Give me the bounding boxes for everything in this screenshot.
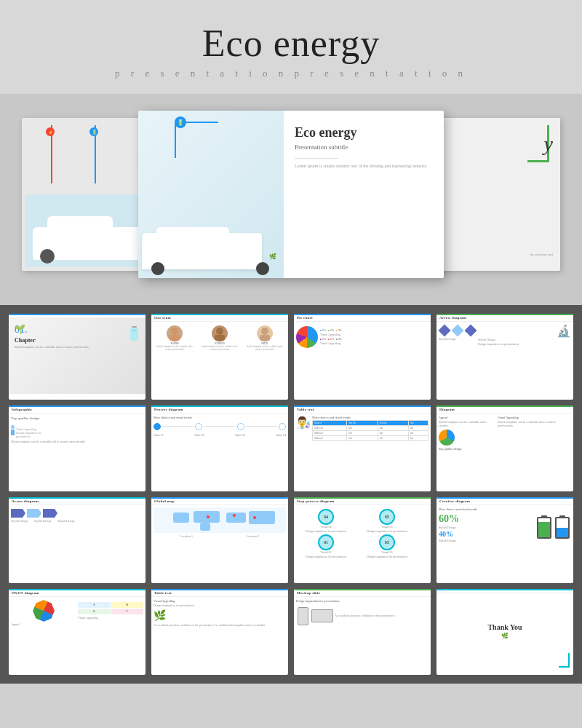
thumb-diagram[interactable]: Diagram Appeal Stylish templates can be … (436, 405, 573, 491)
chapter-number: 01. (15, 324, 140, 336)
thumb-swot[interactable]: SWOT diagram Appeal S W O T Visual Appea… (9, 589, 146, 675)
page-subtitle: p r e s e n t a t i o n p r e s e n t a … (15, 68, 567, 79)
bottle-icon (129, 324, 140, 345)
mini-data-table: Header1Top titleTop titleTop Table textt… (312, 420, 428, 441)
step-label-1: Visual 04Design inspiration for presenta… (296, 525, 356, 533)
val1: Value 01 (154, 433, 164, 438)
thumb-content-16: Thank You 🌿 (436, 593, 573, 669)
table2-body: An excellent question condition on the p… (154, 623, 286, 628)
thumb-chapter[interactable]: 01. Chapter Stylish templates can be a v… (9, 314, 146, 400)
thumb-content-6: More choices and visual trends Value 01 … (151, 414, 288, 489)
thumb-content-3: ■ 35% ■ 15% ■ 70% Visual Appealing ■ 15%… (294, 322, 431, 397)
mockup-devices: An excellent question condition on the p… (296, 606, 428, 627)
creative-layout: 60% Stylish Design 40% Stylish Design (439, 513, 571, 543)
thankyou-leaf: 🌿 (501, 633, 509, 639)
main-slide[interactable]: 🔋 🌿 🌿 Eco energy Presentation subtitle L… (138, 111, 444, 278)
stylish1: Stylish Design (11, 519, 33, 523)
thumb-label-13: SWOT diagram (9, 589, 146, 597)
step-icon-3: 01 (318, 534, 334, 550)
process-title: More choices and visual trends (154, 416, 286, 420)
battery-group (535, 515, 571, 540)
svg-rect-1 (130, 328, 138, 341)
val3: Value 03 (235, 433, 245, 438)
thumb-pie[interactable]: Pie chart ■ 35% ■ 15% ■ 70% Visual Appea… (294, 314, 431, 400)
infographic-bars: Visual AppealingDesign inspiration forpr… (11, 422, 143, 438)
slide-body: Lorem Ipsum is simply dummy text of the … (295, 163, 433, 170)
arrow-label: Stylish Design (439, 337, 477, 341)
world-map (154, 507, 286, 533)
step-icon-2: 05 (379, 509, 395, 525)
thumb-content-15: Design inspiration for presentation An e… (294, 597, 431, 673)
proc-dot-3 (237, 423, 244, 430)
thumb-content-1: 01. Chapter Stylish templates can be a v… (9, 318, 146, 394)
thumb-content-5: Top quality design Visual AppealingDesig… (9, 414, 146, 489)
thumb-label-6: Process diagram (151, 405, 288, 414)
battery-icon: 🔋 (175, 116, 186, 128)
step-label-4: Visual 03Design inspiration for presenta… (357, 550, 417, 558)
thumb-content-12: More choices and visual trends 60% Styli… (436, 505, 573, 581)
slide-car-area: 🔋 🌿 🌿 (138, 111, 284, 278)
step-process: 04 Visual 04Design inspiration for prese… (296, 509, 428, 558)
svg-rect-0 (132, 326, 137, 328)
swot-o: O (78, 609, 111, 614)
thumb-label-5: Infographic (9, 405, 146, 414)
mockup-desc: An excellent question condition on the p… (335, 614, 428, 618)
diagram-desc2: Stylish templates can be a valuable and … (498, 420, 571, 428)
thumb-label-15: Mockup slide (294, 589, 431, 597)
page-title: Eco energy (15, 22, 567, 65)
table2-desc: Design inspiration for presentation (154, 604, 286, 608)
thumb-table2[interactable]: Table text Visual Appealing Design inspi… (151, 589, 288, 675)
thumb-content-4: Stylish Design 🔬 Stylish DesignDesign in… (436, 322, 573, 397)
val2: Value 02 (194, 433, 204, 438)
pie-legend2: Visual Appealing (320, 341, 428, 346)
thumb-mockup[interactable]: Mockup slide Design inspiration for pres… (294, 589, 431, 675)
thumb-content-9: Stylish Design Stylish Design Stylish De… (9, 505, 146, 581)
plant-icon: 🌱 (15, 324, 25, 335)
arrow-desc: Stylish DesignDesign inspiration for pre… (478, 338, 571, 346)
swot-layout: Appeal S W O T Visual Appealing (11, 601, 143, 627)
slide-subtitle: Presentation subtitle (295, 143, 433, 151)
proc-dot-1 (154, 423, 161, 430)
infographic-desc: Stylish templates can be a valuable aid … (11, 440, 143, 444)
thumb-content-11: 04 Visual 04Design inspiration for prese… (294, 505, 431, 581)
step-label-3: Visual 01Design inspiration for presenta… (296, 550, 356, 558)
thumb-label-3: Pie chart (294, 314, 431, 322)
chapter-desc: Stylish templates can be a valuable aid … (15, 345, 140, 349)
thumb-creative[interactable]: Creative diagram More choices and visual… (436, 497, 573, 583)
thumb-map[interactable]: Global map Location 1 Location 2 (151, 497, 288, 583)
table2-plant: 🌿 (154, 609, 286, 622)
swot-grid: S W O T (78, 602, 143, 614)
thumb-label-9: Arrow diagram (9, 497, 146, 505)
phone-device (298, 607, 308, 625)
thumb-infographic[interactable]: Infographic Top quality design Visual Ap… (9, 405, 146, 491)
thumb-content-7: 👨‍🔬 More choices and visual trends Heade… (294, 414, 431, 489)
hero-area: ⚡ 🔋 y the printing and (0, 94, 582, 305)
thumb-thankyou[interactable]: Thank You 🌿 (436, 589, 573, 675)
thumb-team[interactable]: Our team KARNIE Stylish templates can be… (151, 314, 288, 400)
thumb-step[interactable]: Step process diagram 04 Visual 04Design … (294, 497, 431, 583)
stylish-label2: Stylish Design (439, 539, 534, 543)
thumb-content-13: Appeal S W O T Visual Appealing (9, 597, 146, 673)
thumb-label-4: Arrow diagram (436, 314, 573, 322)
thumb-process[interactable]: Process diagram More choices and visual … (151, 405, 288, 491)
arrow2-labels: Stylish Design Stylish Design Stylish De… (11, 519, 143, 523)
percent-60: 60% (439, 513, 534, 525)
icon-blue: 🔋 (89, 127, 98, 136)
process-flow (154, 423, 286, 430)
arrow-shapes (439, 326, 477, 335)
infographic-label: Visual AppealingDesign inspiration forpr… (16, 427, 41, 438)
tablet-device (311, 609, 333, 622)
thumb-arrow2[interactable]: Arrow diagram Stylish Design Stylish Des… (9, 497, 146, 583)
swot-visual (31, 598, 57, 625)
step-label-2: Visual 05Design inspiration for presenta… (357, 525, 417, 533)
pie-legend1: Visual Appealing (320, 333, 428, 337)
thankyou-text: Thank You (487, 623, 522, 631)
thumb-arrow[interactable]: Arrow diagram Stylish Design 🔬 Stylish D… (436, 314, 573, 400)
equipment-icon: 🔬 (478, 324, 571, 338)
step-icon-4: 03 (379, 534, 395, 550)
stylish2: Stylish Design (34, 519, 56, 523)
thumb-table[interactable]: Table text 👨‍🔬 More choices and visual t… (294, 405, 431, 491)
stylish-label1: Stylish Design (439, 526, 534, 530)
thumb-label-8: Diagram (436, 405, 573, 414)
step-icon-1: 04 (318, 509, 334, 525)
